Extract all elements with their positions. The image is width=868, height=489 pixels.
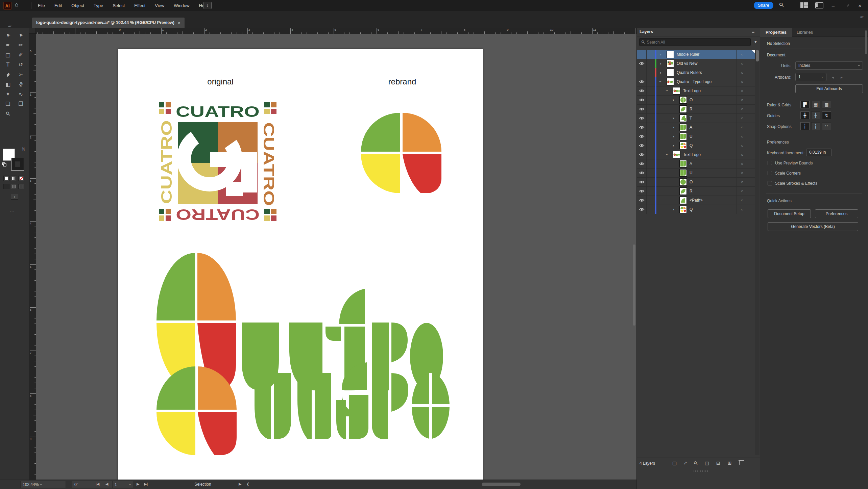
dock-collapse-icon[interactable]: »»: [860, 15, 863, 19]
layer-row-r[interactable]: R○: [637, 187, 755, 196]
smart-guides-icon[interactable]: ↯: [822, 111, 831, 119]
expand-arrow-icon[interactable]: ›: [673, 125, 674, 130]
target-circle[interactable]: ○: [741, 207, 743, 212]
visibility-toggle[interactable]: [639, 61, 645, 66]
layer-row-r[interactable]: R○: [637, 105, 755, 114]
layer-row-old-vs-new[interactable]: ›Old vs New○: [637, 59, 755, 68]
direct-selection-tool[interactable]: ➤: [15, 30, 27, 40]
pen-tool[interactable]: ✒: [2, 40, 15, 50]
canvas-horizontal-scrollbar[interactable]: [257, 482, 632, 487]
target-circle[interactable]: ○: [741, 189, 743, 194]
layer-thumbnail[interactable]: [679, 169, 687, 177]
layer-row-text-logo[interactable]: ›Text Logo○: [637, 86, 755, 96]
layer-row-a[interactable]: A○: [637, 159, 755, 169]
show-guides-icon[interactable]: ╋: [800, 111, 810, 119]
artboard-navigation-select[interactable]: 1 ›: [112, 481, 133, 488]
share-button[interactable]: Share: [754, 2, 773, 9]
draw-inside-mode-button[interactable]: [18, 184, 24, 189]
expand-arrow-icon[interactable]: ›: [673, 134, 674, 139]
layer-name[interactable]: <Path>: [690, 198, 703, 203]
eraser-tool[interactable]: ▰: [2, 70, 15, 79]
target-circle[interactable]: ○: [741, 161, 743, 166]
expand-arrow-icon[interactable]: ›: [673, 97, 674, 102]
curvature-tool[interactable]: ✑: [15, 40, 27, 50]
layer-row-middle-ruler[interactable]: ›Middle Ruler○: [637, 50, 755, 59]
eyedropper-tool[interactable]: ✦: [2, 89, 15, 99]
layer-row-o[interactable]: ›O○: [637, 96, 755, 105]
none-button[interactable]: [18, 176, 24, 181]
bottom-logo-t-stem[interactable]: [336, 395, 368, 439]
menu-item-object[interactable]: Object: [67, 0, 89, 11]
visibility-toggle[interactable]: [639, 171, 645, 175]
workspace-switcher-icon[interactable]: [815, 2, 823, 8]
draw-normal-mode-button[interactable]: [3, 184, 9, 189]
target-circle[interactable]: ○: [741, 98, 743, 102]
menu-item-select[interactable]: Select: [108, 0, 129, 11]
rectangle-tool[interactable]: ▢: [2, 50, 15, 60]
layer-name[interactable]: Old vs New: [677, 61, 697, 66]
layer-thumbnail[interactable]: [673, 151, 680, 158]
layer-row-quatro-typo-logo[interactable]: ›Quatro - Typo Logo○: [637, 77, 755, 86]
panel-menu-icon[interactable]: ≡: [752, 29, 754, 34]
menu-item-type[interactable]: Type: [89, 0, 108, 11]
layer-thumbnail[interactable]: [679, 105, 687, 113]
layer-name[interactable]: Q: [690, 207, 693, 212]
home-icon[interactable]: ⌂: [15, 1, 18, 8]
shape-builder-tool[interactable]: ❏: [2, 99, 15, 109]
layer-thumbnail[interactable]: [679, 124, 687, 131]
export-icon[interactable]: ↗: [683, 460, 687, 466]
first-artboard-icon[interactable]: |◀: [96, 482, 99, 486]
layer-name[interactable]: A: [690, 161, 692, 166]
artboard-select[interactable]: 1 ›: [795, 73, 826, 81]
make-clipping-mask-icon[interactable]: ◫: [705, 460, 709, 466]
snap-to-point-icon[interactable]: ┆: [800, 122, 810, 130]
layer-thumbnail[interactable]: [667, 60, 674, 67]
visibility-toggle[interactable]: [639, 116, 645, 121]
layer-thumbnail[interactable]: [679, 197, 687, 204]
visibility-toggle[interactable]: [639, 88, 645, 93]
visibility-toggle[interactable]: [639, 125, 645, 130]
rebrand-logo[interactable]: [361, 113, 441, 193]
target-circle[interactable]: ○: [741, 180, 743, 184]
target-circle[interactable]: ○: [741, 107, 743, 111]
minimize-button[interactable]: –: [827, 0, 839, 11]
paintbrush-tool[interactable]: ✐: [15, 50, 27, 60]
menu-item-effect[interactable]: Effect: [129, 0, 150, 11]
layer-name[interactable]: Q: [690, 143, 693, 148]
menu-item-window[interactable]: Window: [169, 0, 194, 11]
preferences-button[interactable]: Preferences: [815, 209, 858, 218]
snap-to-grid-icon[interactable]: ┇: [811, 122, 820, 130]
selection-tool[interactable]: ➤: [2, 30, 15, 40]
layer-name[interactable]: T: [690, 116, 692, 121]
layer-thumbnail[interactable]: [679, 142, 687, 149]
target-circle[interactable]: ○: [741, 61, 743, 66]
bottom-logo-q[interactable]: [156, 366, 237, 455]
document-setup-button[interactable]: Document Setup: [768, 209, 811, 218]
gradient-button[interactable]: [11, 176, 17, 181]
target-circle[interactable]: ○: [741, 70, 743, 75]
target-circle[interactable]: ○: [741, 198, 743, 203]
canvas[interactable]: original rebrand CUATROCUATROCUATROCUATR…: [36, 34, 636, 480]
keyboard-increment-input[interactable]: 0.0139 in: [806, 149, 832, 156]
visibility-toggle[interactable]: [639, 107, 645, 111]
rotate-tool[interactable]: ↺: [15, 60, 27, 70]
show-rulers-icon[interactable]: ▛: [800, 101, 810, 108]
status-back-icon[interactable]: ❮: [246, 482, 249, 486]
layer-row-u[interactable]: ›U○: [637, 132, 755, 141]
width-tool[interactable]: ⇄: [15, 79, 27, 89]
old-quatro-logo[interactable]: CUATROCUATROCUATROCUATRO: [159, 102, 276, 221]
layer-name[interactable]: U: [690, 134, 693, 139]
target-circle[interactable]: ○: [741, 52, 743, 57]
layer-name[interactable]: Quatro - Typo Logo: [677, 79, 712, 84]
visibility-toggle[interactable]: [639, 79, 645, 84]
document-tab[interactable]: logo-quatro-design-type-and-new.ai* @ 10…: [32, 18, 185, 28]
snap-to-pixel-icon[interactable]: ∷: [822, 122, 831, 130]
menu-item-view[interactable]: View: [150, 0, 169, 11]
filter-icon[interactable]: ▼: [754, 40, 757, 44]
show-transparency-grid-icon[interactable]: ▩: [822, 101, 831, 108]
illustrator-logo-icon[interactable]: Ai: [3, 2, 11, 10]
collect-for-export-icon[interactable]: ▢: [672, 460, 677, 466]
tab-layers[interactable]: Layers: [640, 29, 653, 34]
scrollbar-thumb[interactable]: [756, 50, 759, 61]
layer-thumbnail[interactable]: [679, 206, 687, 213]
